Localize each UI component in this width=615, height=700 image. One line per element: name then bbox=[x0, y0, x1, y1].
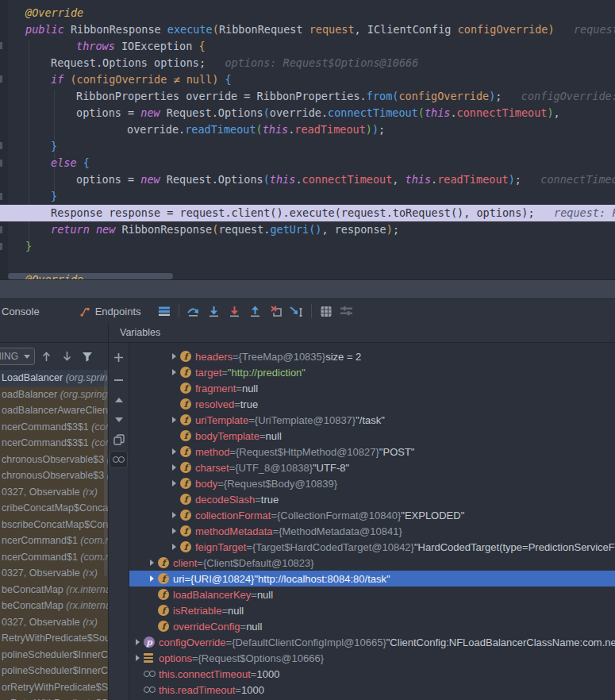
expand-arrow-icon[interactable] bbox=[150, 575, 154, 582]
stack-frame-item[interactable]: polineScheduler$InnerCur bbox=[0, 647, 109, 663]
stack-frame-item[interactable]: LoadBalancer (org.springfr bbox=[0, 370, 109, 387]
variable-row[interactable]: pconfigOverride = {DefaultClientConfigIm… bbox=[129, 634, 615, 650]
stack-frame-item[interactable]: RetryWithPredicate$Sourc bbox=[0, 630, 109, 647]
stack-frame-item[interactable]: orRetryWithPredicate$Sou bbox=[0, 679, 109, 696]
panel-splitter[interactable] bbox=[0, 279, 615, 299]
code-line[interactable]: } bbox=[8, 188, 615, 205]
code-line[interactable]: @Override bbox=[8, 271, 615, 279]
stack-frame-item[interactable]: beConcatMap (rx.internal. bbox=[0, 598, 109, 614]
code-line[interactable]: else { bbox=[8, 155, 615, 171]
code-line[interactable]: public RibbonResponse execute(RibbonRequ… bbox=[8, 21, 615, 38]
step-out-button[interactable] bbox=[245, 302, 266, 321]
variable-row[interactable]: fbody = {Request$Body@10839} bbox=[129, 475, 615, 491]
step-into-icon bbox=[208, 306, 220, 317]
expand-arrow-icon[interactable] bbox=[172, 480, 176, 487]
variable-row[interactable]: this.connectTimeout = 1000 bbox=[129, 666, 615, 682]
stack-frame-item[interactable]: orRetryWithPredicate$Sou bbox=[0, 695, 109, 700]
code-line[interactable]: return new RibbonResponse(request.getUri… bbox=[8, 221, 615, 238]
frames-scrollbar[interactable] bbox=[104, 370, 107, 576]
variable-row[interactable]: fcharset = {UTF_8@10838} "UTF-8" bbox=[129, 460, 615, 475]
force-step-into-button[interactable] bbox=[225, 302, 245, 321]
step-over-button[interactable] bbox=[183, 302, 204, 321]
threads-view-button[interactable] bbox=[154, 302, 175, 321]
tab-endpoints[interactable]: Endpoints bbox=[76, 299, 144, 323]
code-line[interactable]: Response response = request.client().exe… bbox=[0, 205, 615, 221]
run-to-cursor-button[interactable] bbox=[286, 302, 307, 321]
variable-row[interactable]: fclient = {Client$Default@10823} bbox=[129, 555, 615, 571]
stack-frame-item[interactable]: ncerCommand$1 (com.net bbox=[0, 533, 109, 549]
move-watch-up-button[interactable] bbox=[109, 391, 129, 409]
step-into-button[interactable] bbox=[204, 302, 225, 321]
variable-row[interactable]: furi = {URI@10824} "http://localhost:808… bbox=[129, 571, 615, 587]
code-line[interactable]: override.readTimeout(this.readTimeout)); bbox=[8, 121, 615, 138]
reset-frame-button[interactable] bbox=[266, 302, 286, 321]
variable-row[interactable]: fisRetriable = null bbox=[129, 602, 615, 618]
expand-arrow-icon[interactable] bbox=[172, 353, 176, 360]
stack-frame-item[interactable]: chronousObservable$3 (rx bbox=[0, 452, 109, 468]
add-watch-button[interactable] bbox=[109, 348, 129, 366]
code-line[interactable]: Request.Options options; options: Reques… bbox=[8, 55, 615, 71]
stack-frame-item[interactable]: oadBalancerAwareClient$ bbox=[0, 402, 109, 419]
variable-row[interactable]: floadBalancerKey = null bbox=[129, 587, 615, 602]
stack-frame-item[interactable]: oadBalancer (org.springfr bbox=[0, 387, 109, 403]
variable-row[interactable]: ffeignTarget = {Target$HardCodedTarget@1… bbox=[129, 539, 615, 555]
expand-arrow-icon[interactable] bbox=[136, 639, 140, 645]
variable-row[interactable]: fmethod = {Request$HttpMethod@10827} "PO… bbox=[129, 444, 615, 460]
code-line[interactable]: options = new Request.Options(this.conne… bbox=[8, 171, 615, 188]
stack-frame-item[interactable]: 0327, Observable (rx) bbox=[0, 484, 109, 501]
thread-dropdown[interactable]: NING bbox=[0, 348, 35, 365]
expand-arrow-icon[interactable] bbox=[136, 655, 140, 661]
stack-frame-item[interactable]: ncerCommand$3$1 (com.n bbox=[0, 435, 109, 452]
expand-arrow-icon[interactable] bbox=[172, 512, 176, 518]
stack-frame-item[interactable]: polineScheduler$InnerCur bbox=[0, 663, 109, 679]
code-line[interactable]: throws IOException { bbox=[8, 38, 615, 55]
stack-frame-item[interactable]: chronousObservable$3 (rx bbox=[0, 467, 109, 484]
variable-row[interactable]: fmethodMetadata = {MethodMetadata@10841} bbox=[129, 523, 615, 539]
show-watches-toggle[interactable] bbox=[110, 451, 128, 468]
variable-row[interactable]: options = {Request$Options@10666} bbox=[129, 650, 615, 666]
variable-row[interactable]: this.readTimeout = 1000 bbox=[129, 682, 615, 698]
filter-frames-button[interactable] bbox=[78, 348, 97, 365]
stack-frame-item[interactable]: 0327, Observable (rx) bbox=[0, 565, 109, 582]
stack-frame-item[interactable]: 0327, Observable (rx) bbox=[0, 614, 109, 631]
variable-row[interactable]: fbodyTemplate = null bbox=[129, 428, 615, 444]
expand-arrow-icon[interactable] bbox=[172, 464, 176, 471]
stack-frame-item[interactable]: ncerCommand$3$1 (com.n bbox=[0, 419, 109, 436]
code-line[interactable]: @Override bbox=[8, 5, 615, 21]
variable-row[interactable]: fheaders = {TreeMap@10835} size = 2 bbox=[129, 348, 615, 364]
code-line[interactable]: options = new Request.Options(override.c… bbox=[8, 105, 615, 121]
variable-row[interactable]: furiTemplate = {UriTemplate@10837} "/tas… bbox=[129, 412, 615, 428]
code-line[interactable]: } bbox=[8, 238, 615, 255]
stack-frame-item[interactable]: ncerCommand$1 (com.net bbox=[0, 549, 109, 566]
duplicate-watch-button[interactable] bbox=[109, 431, 129, 448]
field-icon: f bbox=[180, 525, 191, 537]
code-line[interactable] bbox=[8, 255, 615, 271]
variable-row[interactable]: foverrideConfig = null bbox=[129, 618, 615, 634]
expand-arrow-icon[interactable] bbox=[172, 369, 176, 375]
variable-row[interactable]: fresolved = true bbox=[129, 396, 615, 412]
code-line[interactable]: if (configOverride ≠ null) { bbox=[8, 71, 615, 88]
frame-up-button[interactable] bbox=[37, 348, 56, 365]
expand-arrow-icon[interactable] bbox=[172, 417, 176, 423]
expand-arrow-icon[interactable] bbox=[172, 448, 176, 455]
stack-frame-item[interactable]: bscribeConcatMap$Conca bbox=[0, 517, 109, 533]
tab-console[interactable]: Console bbox=[0, 299, 43, 323]
expand-arrow-icon[interactable] bbox=[172, 528, 176, 534]
code-editor[interactable]: @Overridepublic RibbonResponse execute(R… bbox=[0, 0, 615, 279]
variable-row[interactable]: fcollectionFormat = {CollectionFormat@10… bbox=[129, 507, 615, 523]
stack-frame-item[interactable]: cribeConcatMap$ConcatM bbox=[0, 500, 109, 517]
evaluate-expression-button[interactable] bbox=[316, 302, 336, 321]
move-watch-down-button[interactable] bbox=[109, 411, 129, 429]
variable-row[interactable]: ffragment = null bbox=[129, 380, 615, 396]
remove-watch-button[interactable] bbox=[109, 371, 129, 389]
stack-frame-item[interactable]: beConcatMap (rx.internal. bbox=[0, 582, 109, 598]
layout-settings-button[interactable] bbox=[336, 302, 357, 321]
expand-arrow-icon[interactable] bbox=[172, 544, 176, 550]
variable-row[interactable]: ftarget = "http://prediction" bbox=[129, 364, 615, 380]
frame-down-button[interactable] bbox=[57, 348, 76, 365]
variable-row[interactable]: fdecodeSlash = true bbox=[129, 491, 615, 507]
toolbar-separator bbox=[179, 304, 179, 318]
code-line[interactable]: RibbonProperties override = RibbonProper… bbox=[8, 88, 615, 105]
code-line[interactable]: } bbox=[8, 138, 615, 155]
expand-arrow-icon[interactable] bbox=[150, 560, 154, 566]
